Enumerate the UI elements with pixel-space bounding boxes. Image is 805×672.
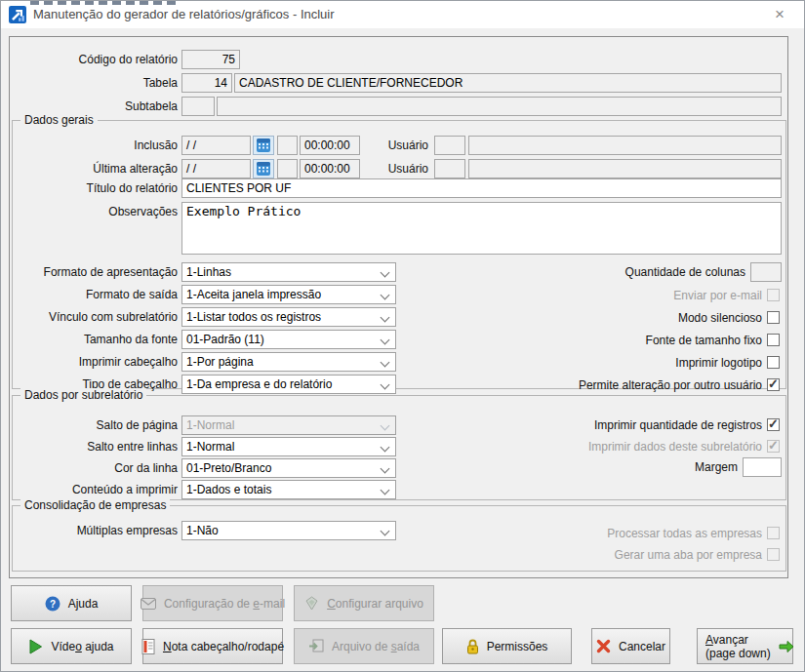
titulo-input[interactable]: CLIENTES POR UF xyxy=(181,178,782,198)
calendar-icon xyxy=(257,162,270,176)
formato-saida-select[interactable]: 1-Aceita janela impressão xyxy=(181,285,396,304)
chevron-down-icon xyxy=(381,268,390,278)
inclusao-label: Inclusão xyxy=(9,136,178,155)
chevron-down-icon xyxy=(381,336,390,345)
tamanho-fonte-select[interactable]: 01-Padrão (11) xyxy=(181,330,396,349)
chevron-down-icon xyxy=(381,313,390,323)
chevron-down-icon xyxy=(381,486,390,495)
alteracao-usuario-nome-field xyxy=(468,159,782,178)
tabela-label: Tabela xyxy=(9,73,178,93)
imprimir-qtd-registros-label: Imprimir quantidade de registros xyxy=(421,415,762,435)
inclusao-usuario-code-field xyxy=(434,136,465,155)
observacoes-label: Observações xyxy=(9,202,178,221)
multiplas-empresas-select[interactable]: 1-Não xyxy=(181,521,396,540)
margem-field[interactable] xyxy=(743,457,782,477)
alteracao-date-field[interactable]: / / xyxy=(181,159,251,178)
help-icon: ? xyxy=(45,596,60,612)
close-icon[interactable]: × xyxy=(769,5,790,24)
alteracao-time-field[interactable]: 00:00:00 xyxy=(300,159,360,178)
video-ajuda-button[interactable]: Vídeo ajuda xyxy=(11,628,132,664)
dados-subrelatorio-legend: Dados por subrelatório xyxy=(20,388,146,403)
quantidade-colunas-label: Quantidade de colunas xyxy=(421,262,745,282)
configuracao-email-button: Configuração de e-mail xyxy=(142,585,283,621)
formato-apresentacao-select[interactable]: 1-Linhas xyxy=(181,262,396,282)
nota-cabecalho-rodape-button[interactable]: Nota cabeçalho/rodapé xyxy=(142,628,283,664)
play-icon xyxy=(28,639,43,654)
multiplas-empresas-label: Múltiplas empresas xyxy=(9,521,178,540)
chevron-down-icon xyxy=(381,358,390,368)
inclusao-usuario-nome-field xyxy=(468,136,782,155)
imprimir-dados-subrelatorio-label: Imprimir dados deste subrelatório xyxy=(421,437,762,456)
observacoes-textarea[interactable]: Exemplo Prático xyxy=(181,202,782,255)
avancar-button[interactable]: Avançar (page down) xyxy=(697,628,793,664)
file-output-icon xyxy=(308,639,324,653)
salto-linhas-select[interactable]: 1-Normal xyxy=(181,437,396,456)
dados-gerais-legend: Dados gerais xyxy=(20,113,98,128)
cancel-icon xyxy=(596,639,611,653)
codigo-label: Código do relatório xyxy=(9,50,178,69)
cor-linha-label: Cor da linha xyxy=(9,458,178,478)
imprimir-logotipo-checkbox[interactable] xyxy=(767,356,780,369)
cancelar-button[interactable]: Cancelar xyxy=(591,628,670,664)
modo-silencioso-checkbox[interactable] xyxy=(767,311,780,324)
chevron-down-icon xyxy=(381,421,390,431)
salto-linhas-label: Salto entre linhas xyxy=(9,437,178,456)
margem-label: Margem xyxy=(421,457,738,477)
processar-empresas-checkbox xyxy=(767,527,780,539)
tipo-cabecalho-select[interactable]: 1-Da empresa e do relatório xyxy=(181,375,396,394)
ajuda-button[interactable]: ? Ajuda xyxy=(11,585,132,621)
alteracao-calendar-button[interactable] xyxy=(253,159,274,178)
svg-text:?: ? xyxy=(50,598,56,609)
codigo-field[interactable]: 75 xyxy=(181,50,240,69)
inclusao-usuario-label: Usuário xyxy=(362,136,428,155)
alteracao-usuario-label: Usuário xyxy=(362,159,428,178)
inclusao-calendar-button[interactable] xyxy=(253,136,274,155)
titulo-label: Título do relatório xyxy=(9,178,178,198)
fonte-tamanho-fixo-checkbox[interactable] xyxy=(767,334,780,346)
subtabela-code-field[interactable] xyxy=(181,97,215,116)
inclusao-time-field[interactable]: 00:00:00 xyxy=(300,136,360,155)
processar-empresas-label: Processar todas as empresas xyxy=(421,524,762,543)
consolidacao-legend: Consolidação de empresas xyxy=(20,498,170,513)
window-title: Manutenção do gerador de relatórios/gráf… xyxy=(33,7,335,21)
configurar-arquivo-button: Configurar arquivo xyxy=(294,585,434,621)
file-config-icon xyxy=(304,596,319,611)
arquivo-saida-button: Arquivo de saída xyxy=(294,628,434,664)
dialog-window: Manutenção do gerador de relatórios/gráf… xyxy=(0,0,805,672)
imprimir-cabecalho-select[interactable]: 1-Por página xyxy=(181,352,396,372)
formato-apresentacao-label: Formato de apresentação xyxy=(9,262,178,282)
inclusao-spacer-field xyxy=(277,136,298,155)
gerar-aba-empresa-checkbox xyxy=(767,548,780,561)
imprimir-cabecalho-label: Imprimir cabeçalho xyxy=(9,352,178,372)
chevron-down-icon xyxy=(381,527,390,536)
calendar-icon xyxy=(257,138,270,152)
permissoes-label: Permissões xyxy=(487,640,548,653)
lock-icon xyxy=(466,639,479,654)
cancelar-label: Cancelar xyxy=(619,640,665,653)
chevron-down-icon xyxy=(381,291,390,300)
enviar-email-checkbox xyxy=(767,289,780,301)
salto-pagina-label: Salto de página xyxy=(9,415,178,435)
gerar-aba-empresa-label: Gerar uma aba por empresa xyxy=(421,545,762,565)
chevron-down-icon xyxy=(381,443,390,453)
permite-alteracao-label: Permite alteração por outro usuário xyxy=(421,376,762,395)
conteudo-imprimir-select[interactable]: 1-Dados e totais xyxy=(181,480,396,499)
vinculo-subrelatorio-select[interactable]: 1-Listar todos os registros xyxy=(181,307,396,327)
permissoes-button[interactable]: Permissões xyxy=(442,628,572,664)
titlebar: Manutenção do gerador de relatórios/gráf… xyxy=(1,1,804,28)
modo-silencioso-label: Modo silencioso xyxy=(421,308,762,328)
fonte-tamanho-fixo-label: Fonte de tamanho fixo xyxy=(421,331,762,350)
enviar-email-label: Enviar por e-mail xyxy=(421,286,762,305)
alteracao-label: Última alteração xyxy=(9,159,178,178)
tabela-desc-field: CADASTRO DE CLIENTE/FORNECEDOR xyxy=(234,73,782,93)
note-icon xyxy=(141,639,155,654)
tabela-code-field[interactable]: 14 xyxy=(181,73,232,93)
permite-alteracao-checkbox[interactable] xyxy=(767,378,780,391)
imprimir-qtd-registros-checkbox[interactable] xyxy=(767,418,780,431)
inclusao-date-field[interactable]: / / xyxy=(181,136,251,155)
salto-pagina-select: 1-Normal xyxy=(181,415,396,435)
forward-arrow-icon xyxy=(779,640,794,653)
alteracao-usuario-code-field xyxy=(434,159,465,178)
chevron-down-icon xyxy=(381,380,390,390)
cor-linha-select[interactable]: 01-Preto/Branco xyxy=(181,458,396,478)
